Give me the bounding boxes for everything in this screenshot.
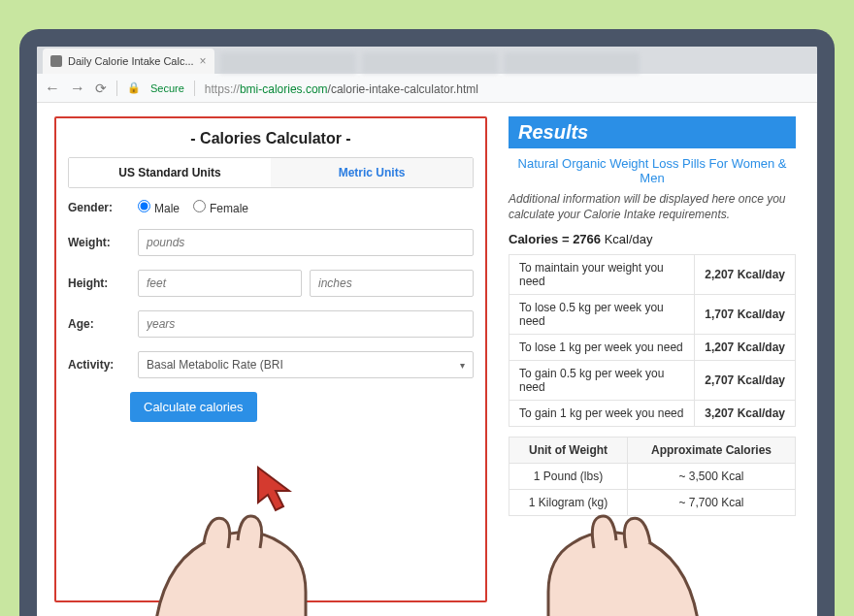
calorie-summary: Calories = 2766 Kcal/day [509,232,796,246]
tab-strip: Daily Calorie Intake Calc... × [37,47,817,74]
back-icon[interactable]: ← [45,80,60,97]
gender-label: Gender: [68,201,130,214]
table-row: To lose 1 kg per week you need1,207 Kcal… [509,335,796,361]
favicon-icon [50,55,62,67]
hand-left-illustration [146,500,340,616]
activity-select[interactable]: Basal Metabolic Rate (BRI ▾ [138,351,474,378]
table-row: To lose 0.5 kg per week you need1,707 Kc… [509,295,796,335]
lock-icon: 🔒 [127,81,141,94]
calculate-button[interactable]: Calculate calories [130,392,257,422]
tab-us-units[interactable]: US Standard Units [69,158,271,187]
height-label: Height: [68,276,130,290]
browser-tab-ghost[interactable] [362,52,498,74]
age-input[interactable] [138,310,474,338]
height-inches-input[interactable] [310,270,474,297]
tab-metric-units[interactable]: Metric Units [271,158,473,187]
table-row: To gain 1 kg per week you need3,207 Kcal… [509,401,796,427]
results-note: Additional information will be displayed… [509,191,796,222]
tab-close-icon[interactable]: × [200,54,207,68]
table-row: To maintain your weight you need2,207 Kc… [509,255,796,295]
calorie-needs-table: To maintain your weight you need2,207 Kc… [509,254,796,427]
calculator-title: - Calories Calculator - [68,130,474,147]
tab-title: Daily Calorie Intake Calc... [68,55,194,67]
weight-input[interactable] [138,229,474,256]
reload-icon[interactable]: ⟳ [95,81,107,96]
forward-icon[interactable]: → [70,80,85,97]
hand-right-illustration [514,500,708,616]
browser-tab-ghost[interactable] [220,52,356,74]
gender-male-radio[interactable]: Male [138,200,180,215]
browser-tab-active[interactable]: Daily Calorie Intake Calc... × [43,49,214,74]
height-feet-input[interactable] [138,270,302,297]
chevron-down-icon: ▾ [460,360,465,371]
unit-tabs: US Standard Units Metric Units [68,157,474,188]
url-bar[interactable]: https://bmi-calories.com/calorie-intake-… [205,80,478,97]
results-ad-link[interactable]: Natural Organic Weight Loss Pills For Wo… [509,156,796,185]
laptop-frame: Daily Calorie Intake Calc... × ← → ⟳ 🔒 S… [19,29,835,616]
age-label: Age: [68,317,130,331]
table-row: To gain 0.5 kg per week you need2,707 Kc… [509,361,796,401]
activity-label: Activity: [68,358,130,372]
table-row: 1 Pound (lbs)~ 3,500 Kcal [509,464,796,490]
weight-label: Weight: [68,236,130,249]
results-header: Results [509,116,796,148]
gender-female-radio[interactable]: Female [193,200,248,215]
secure-label: Secure [150,82,184,94]
omnibox: ← → ⟳ 🔒 Secure https://bmi-calories.com/… [37,74,817,103]
browser-tab-ghost[interactable] [504,52,640,74]
